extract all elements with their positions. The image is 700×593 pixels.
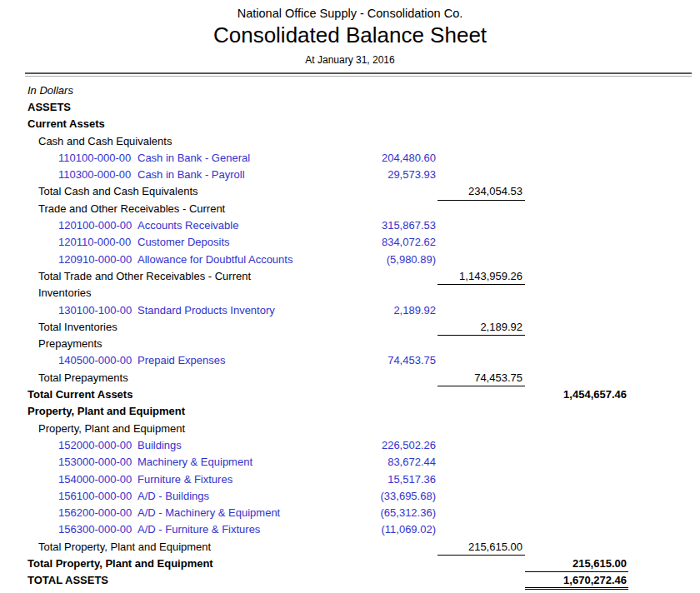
account-name-link[interactable]: Standard Products Inventory — [138, 304, 275, 316]
amount-detail[interactable]: 204,480.60 — [358, 150, 438, 167]
amount-subtotal — [438, 386, 525, 403]
amount-detail — [358, 201, 438, 217]
amount-detail[interactable]: 226,502.26 — [358, 437, 438, 454]
row-label-cell: Total Prepayments — [0, 370, 358, 386]
row-label-cell: Cash and Cash Equivalents — [0, 133, 358, 150]
account-number-link[interactable]: 120100-000-00 — [58, 217, 138, 234]
account-name-link[interactable]: Buildings — [138, 439, 182, 451]
amount-total: 1,670,272.46 — [525, 572, 628, 589]
amount-total — [525, 521, 628, 538]
amount-detail[interactable]: 15,517.36 — [358, 471, 438, 488]
account-number-link[interactable]: 130100-100-00 — [58, 302, 138, 319]
account-name-link[interactable]: Customer Deposits — [138, 236, 230, 248]
currency-note: In Dollars — [28, 84, 700, 97]
amount-subtotal — [438, 572, 525, 589]
account-name-link[interactable]: Furniture & Fixtures — [138, 473, 232, 486]
account-row: 120110-000-00Customer Deposits834,072.62 — [0, 234, 700, 251]
amount-total — [525, 116, 628, 132]
row-label: Total Property, Plant and Equipment — [38, 541, 211, 553]
amount-subtotal — [438, 421, 525, 437]
row-label-cell: Total Trade and Other Receivables - Curr… — [0, 268, 358, 285]
account-number-link[interactable]: 156300-000-00 — [58, 521, 138, 538]
company-name: National Office Supply - Consolidation C… — [0, 0, 700, 20]
amount-total — [525, 505, 628, 521]
account-number-link[interactable]: 156100-000-00 — [58, 488, 138, 505]
account-number-link[interactable]: 120110-000-00 — [58, 234, 138, 251]
row-label-cell: 120100-000-00Accounts Receivable — [0, 217, 358, 234]
amount-subtotal — [438, 352, 525, 369]
account-number-link[interactable]: 110300-000-00 — [58, 167, 138, 183]
row-label: Total Current Assets — [28, 388, 132, 401]
account-name-link[interactable]: A/D - Buildings — [138, 490, 209, 502]
row-label-cell: TOTAL ASSETS — [0, 572, 358, 589]
account-row: 130100-100-00Standard Products Inventory… — [0, 302, 700, 319]
amount-detail[interactable]: 315,867.53 — [358, 217, 438, 234]
row-label-cell: 156100-000-00A/D - Buildings — [0, 488, 358, 505]
account-name-link[interactable]: Prepaid Expenses — [138, 354, 226, 366]
amount-subtotal — [438, 556, 525, 572]
amount-detail — [358, 183, 438, 200]
account-number-link[interactable]: 153000-000-00 — [58, 454, 138, 471]
account-name-link[interactable]: Cash in Bank - General — [138, 152, 250, 164]
account-name-link[interactable]: A/D - Furniture & Fixtures — [138, 523, 260, 536]
amount-subtotal — [438, 217, 525, 234]
account-name-link[interactable]: Allowance for Doubtful Accounts — [138, 253, 292, 266]
amount-subtotal — [438, 116, 525, 132]
row-label-cell: Total Cash and Cash Equivalents — [0, 183, 358, 200]
amount-detail — [358, 421, 438, 437]
account-name-link[interactable]: Accounts Receivable — [138, 219, 238, 232]
amount-detail[interactable]: 74,453.75 — [358, 352, 438, 369]
amount-total: 1,454,657.46 — [525, 386, 628, 403]
row-label: Cash and Cash Equivalents — [38, 135, 172, 147]
account-name-link[interactable]: Machinery & Equipment — [138, 456, 252, 468]
amount-detail — [358, 319, 438, 336]
amount-subtotal — [438, 403, 525, 420]
amount-detail[interactable]: 834,072.62 — [358, 234, 438, 251]
amount-detail[interactable]: (5,980.89) — [358, 252, 438, 268]
amount-detail[interactable]: 29,573.93 — [358, 167, 438, 183]
row-label-cell: 120110-000-00Customer Deposits — [0, 234, 358, 251]
amount-detail[interactable]: (11,069.02) — [358, 521, 438, 538]
amount-detail[interactable]: 83,672.44 — [358, 454, 438, 471]
amount-subtotal — [438, 488, 525, 505]
amount-subtotal — [438, 437, 525, 454]
amount-subtotal — [438, 285, 525, 301]
amount-subtotal — [438, 454, 525, 471]
account-row: 153000-000-00Machinery & Equipment83,672… — [0, 454, 700, 471]
amount-total — [525, 234, 628, 251]
row-label-cell: 156200-000-00A/D - Machinery & Equipment — [0, 505, 358, 521]
amount-total — [525, 201, 628, 217]
total-row: Total Inventories2,189.92 — [0, 319, 700, 336]
amount-subtotal — [438, 302, 525, 319]
amount-detail[interactable]: 2,189.92 — [358, 302, 438, 319]
account-row: 120100-000-00Accounts Receivable315,867.… — [0, 217, 700, 234]
account-number-link[interactable]: 110100-000-00 — [58, 150, 138, 167]
account-number-link[interactable]: 120910-000-00 — [58, 252, 138, 268]
amount-subtotal: 2,189.92 — [438, 319, 525, 336]
report-date: At January 31, 2016 — [0, 54, 700, 66]
amount-subtotal — [438, 252, 525, 268]
amount-detail — [358, 133, 438, 150]
amount-total — [525, 285, 628, 301]
amount-total — [525, 252, 628, 268]
amount-detail — [358, 572, 438, 589]
row-label-cell: Total Property, Plant and Equipment — [0, 556, 358, 572]
amount-detail[interactable]: (33,695.68) — [358, 488, 438, 505]
account-name-link[interactable]: Cash in Bank - Payroll — [138, 168, 245, 181]
total-row: Total Prepayments74,453.75 — [0, 370, 700, 386]
account-number-link[interactable]: 154000-000-00 — [58, 471, 138, 488]
amount-detail — [358, 99, 438, 116]
amount-detail — [358, 268, 438, 285]
amount-detail[interactable]: (65,312.36) — [358, 505, 438, 521]
account-number-link[interactable]: 156200-000-00 — [58, 505, 138, 521]
row-label: Property, Plant and Equipment — [38, 422, 185, 435]
amount-detail — [358, 116, 438, 132]
account-row: 110100-000-00Cash in Bank - General204,4… — [0, 150, 700, 167]
amount-subtotal — [438, 505, 525, 521]
account-name-link[interactable]: A/D - Machinery & Equipment — [138, 506, 280, 519]
amount-total — [525, 352, 628, 369]
account-number-link[interactable]: 152000-000-00 — [58, 437, 138, 454]
section-row: Current Assets — [0, 116, 700, 132]
amount-detail — [358, 336, 438, 352]
account-number-link[interactable]: 140500-000-00 — [58, 352, 138, 369]
